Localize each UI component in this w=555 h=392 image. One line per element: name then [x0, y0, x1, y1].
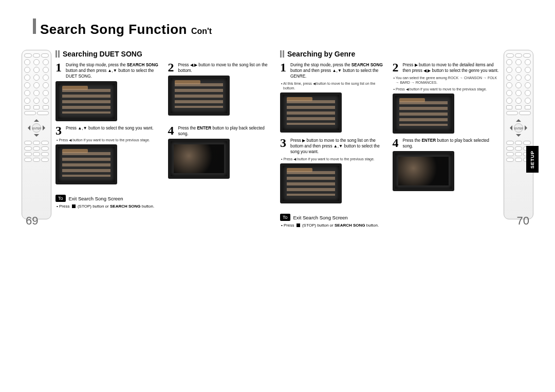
dpad-icon: ENTER — [508, 118, 529, 138]
step-number: 3 — [280, 138, 288, 148]
exit-note: Press (STOP) button or SEARCH SONG butto… — [55, 204, 275, 209]
step-number: 2 — [393, 62, 401, 72]
screen-thumbnail — [393, 94, 454, 134]
screen-thumbnail — [393, 151, 454, 191]
section-marker-icon — [55, 50, 60, 58]
step-text: Press ▶ button to move to the song list … — [290, 138, 387, 155]
remote-illustration-right: ENTER — [504, 50, 533, 219]
exit-text: Exit Search Song Screen — [69, 196, 123, 201]
step-note: At this time, press ◀ button to move to … — [280, 81, 387, 90]
exit-badge: To — [280, 214, 290, 221]
duet-step-3: 3 Press ▲,▼ button to select the song yo… — [55, 125, 163, 184]
screen-thumbnail — [280, 163, 342, 203]
step-note: Press ◀ button if you want to move to th… — [280, 157, 387, 161]
duet-step-4: 4 Press the ENTER button to play back se… — [168, 125, 275, 184]
screen-thumbnail — [168, 139, 230, 179]
exit-badge: To — [55, 195, 66, 202]
step-note: You can select the genre among ROCK → CH… — [393, 76, 500, 85]
step-number: 4 — [168, 125, 176, 136]
screen-thumbnail — [168, 76, 230, 116]
title-rule — [33, 18, 36, 34]
page-number-left: 69 — [26, 214, 38, 228]
section-tab-setup: SETUP — [526, 146, 539, 173]
stop-icon — [72, 204, 76, 208]
screen-thumbnail — [280, 92, 342, 133]
exit-note: Press (STOP) button or SEARCH SONG butto… — [280, 223, 499, 228]
duet-step-2: 2 Press ◀,▶ button to move to the song l… — [168, 62, 275, 121]
genre-step-3: 3 Press ▶ button to move to the song lis… — [280, 138, 387, 203]
page-left: ENTER Searching DUET SONG 1 — [22, 50, 275, 228]
dpad-icon: ENTER — [26, 118, 47, 138]
step-text: Press the ENTER button to play back sele… — [403, 138, 500, 149]
step-note: Press ◀ button if you want to move to th… — [393, 87, 500, 91]
section-title-genre: Searching by Genre — [287, 50, 355, 58]
genre-step-2: 2 Press ▶ button to move to the detailed… — [393, 62, 500, 134]
screen-thumbnail — [55, 81, 117, 121]
page-title-cont: Con't — [191, 27, 212, 36]
genre-step-4: 4 Press the ENTER button to play back se… — [393, 138, 500, 203]
step-number: 4 — [393, 138, 401, 148]
genre-step-1: 1 During the stop mode, press the SEARCH… — [280, 62, 387, 134]
page-title-bar: Search Song Function Con't — [18, 18, 536, 38]
page-right: Searching by Genre 1 During the stop mod… — [280, 50, 533, 228]
step-text: Press ▲,▼ button to select the song you … — [66, 125, 154, 131]
step-text: During the stop mode, press the SEARCH S… — [290, 62, 387, 79]
step-note: Press ◀ button if you want to move to th… — [55, 138, 163, 142]
step-number: 3 — [55, 125, 64, 136]
screen-thumbnail — [55, 144, 117, 184]
step-text: During the stop mode, press the SEARCH S… — [66, 62, 163, 79]
step-text: Press ▶ button to move to the detailed i… — [403, 62, 500, 73]
section-marker-icon — [280, 50, 284, 58]
page-title: Search Song Function — [40, 22, 187, 38]
manual-spread: Search Song Function Con't ENTER — [18, 18, 536, 306]
step-text: Press the ENTER button to play back sele… — [178, 125, 275, 137]
step-number: 2 — [168, 62, 176, 72]
duet-step-1: 1 During the stop mode, press the SEARCH… — [55, 62, 163, 121]
step-number: 1 — [55, 62, 64, 72]
section-title-duet: Searching DUET SONG — [63, 50, 142, 58]
step-text: Press ◀,▶ button to move to the song lis… — [178, 62, 275, 73]
page-number-right: 70 — [517, 214, 529, 228]
step-number: 1 — [280, 62, 288, 72]
stop-icon — [297, 223, 300, 227]
remote-illustration-left: ENTER — [22, 50, 51, 219]
exit-bar: To Exit Search Song Screen — [280, 214, 499, 221]
exit-text: Exit Search Song Screen — [293, 215, 348, 220]
exit-bar: To Exit Search Song Screen — [55, 195, 275, 202]
